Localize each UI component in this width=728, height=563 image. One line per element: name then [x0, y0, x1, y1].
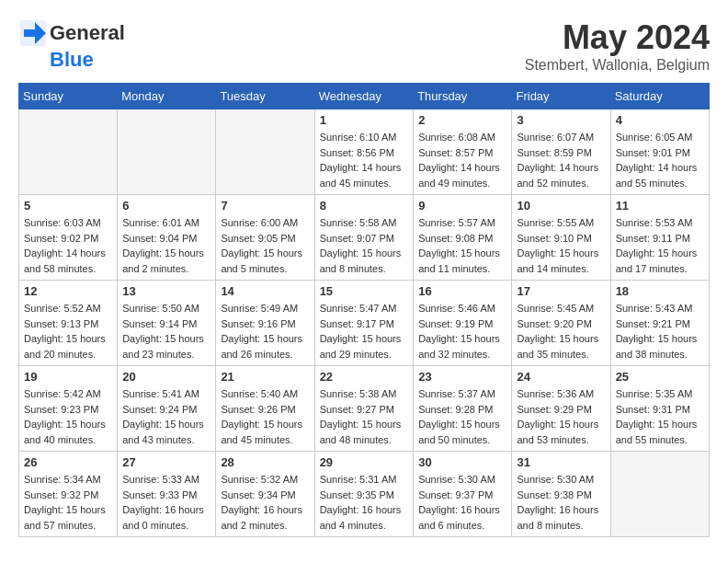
day-info: Sunrise: 5:58 AMSunset: 9:07 PMDaylight:…	[320, 215, 409, 276]
calendar-cell: 9Sunrise: 5:57 AMSunset: 9:08 PMDaylight…	[414, 195, 512, 281]
sunset-text: Sunset: 9:19 PM	[418, 316, 506, 332]
day-number: 27	[122, 455, 210, 469]
sunrise-text: Sunrise: 5:30 AM	[517, 472, 605, 488]
calendar-cell: 14Sunrise: 5:49 AMSunset: 9:16 PMDayligh…	[216, 281, 314, 366]
day-number: 10	[517, 199, 605, 213]
day-number: 15	[320, 284, 409, 298]
sunset-text: Sunset: 9:17 PM	[320, 316, 409, 332]
sunrise-text: Sunrise: 5:41 AM	[122, 386, 210, 402]
daylight-text: Daylight: 15 hours and 23 minutes.	[122, 331, 210, 362]
sunrise-text: Sunrise: 6:10 AM	[320, 130, 409, 145]
day-number: 18	[616, 284, 704, 298]
sunrise-text: Sunrise: 5:34 AM	[24, 472, 112, 488]
calendar-cell: 1Sunrise: 6:10 AMSunset: 8:56 PMDaylight…	[314, 109, 414, 195]
sunset-text: Sunset: 9:04 PM	[122, 231, 210, 247]
sunset-text: Sunset: 9:28 PM	[418, 402, 506, 418]
day-info: Sunrise: 5:53 AMSunset: 9:11 PMDaylight:…	[616, 215, 704, 276]
sunset-text: Sunset: 9:26 PM	[221, 402, 309, 418]
calendar-cell: 16Sunrise: 5:46 AMSunset: 9:19 PMDayligh…	[414, 281, 512, 366]
day-number: 21	[221, 370, 309, 384]
calendar-cell: 19Sunrise: 5:42 AMSunset: 9:23 PMDayligh…	[19, 366, 118, 452]
daylight-text: Daylight: 15 hours and 8 minutes.	[320, 246, 409, 276]
calendar-cell: 12Sunrise: 5:52 AMSunset: 9:13 PMDayligh…	[19, 281, 118, 366]
day-info: Sunrise: 5:43 AMSunset: 9:21 PMDaylight:…	[616, 301, 704, 362]
daylight-text: Daylight: 14 hours and 45 minutes.	[320, 160, 409, 190]
sunset-text: Sunset: 9:24 PM	[122, 402, 210, 418]
daylight-text: Daylight: 15 hours and 29 minutes.	[320, 331, 409, 362]
day-number: 5	[24, 199, 112, 213]
sunrise-text: Sunrise: 6:07 AM	[517, 130, 605, 145]
sunset-text: Sunset: 9:07 PM	[320, 231, 409, 247]
day-info: Sunrise: 5:46 AMSunset: 9:19 PMDaylight:…	[418, 301, 506, 362]
sunrise-text: Sunrise: 6:00 AM	[221, 215, 309, 231]
sunrise-text: Sunrise: 6:03 AM	[24, 215, 112, 231]
sunset-text: Sunset: 9:02 PM	[24, 231, 112, 247]
calendar-cell: 3Sunrise: 6:07 AMSunset: 8:59 PMDaylight…	[512, 109, 610, 195]
week-row-3: 12Sunrise: 5:52 AMSunset: 9:13 PMDayligh…	[19, 281, 710, 366]
sunset-text: Sunset: 9:32 PM	[24, 488, 112, 503]
sunrise-text: Sunrise: 5:53 AM	[616, 215, 704, 231]
day-info: Sunrise: 5:50 AMSunset: 9:14 PMDaylight:…	[122, 301, 210, 362]
calendar-cell: 13Sunrise: 5:50 AMSunset: 9:14 PMDayligh…	[118, 281, 216, 366]
day-info: Sunrise: 5:33 AMSunset: 9:33 PMDaylight:…	[122, 472, 210, 533]
day-info: Sunrise: 5:42 AMSunset: 9:23 PMDaylight:…	[24, 386, 112, 447]
sunset-text: Sunset: 9:34 PM	[221, 488, 309, 503]
column-header-thursday: Thursday	[414, 84, 512, 109]
column-header-monday: Monday	[118, 84, 216, 109]
week-row-2: 5Sunrise: 6:03 AMSunset: 9:02 PMDaylight…	[19, 195, 710, 281]
calendar-cell	[19, 109, 118, 195]
sunset-text: Sunset: 9:27 PM	[320, 402, 409, 418]
column-header-saturday: Saturday	[610, 84, 709, 109]
sunset-text: Sunset: 9:37 PM	[418, 488, 506, 503]
day-info: Sunrise: 5:38 AMSunset: 9:27 PMDaylight:…	[320, 386, 409, 447]
month-title: May 2024	[525, 18, 710, 57]
sunrise-text: Sunrise: 5:52 AM	[24, 301, 112, 316]
day-info: Sunrise: 5:31 AMSunset: 9:35 PMDaylight:…	[320, 472, 409, 533]
day-number: 28	[221, 455, 309, 469]
calendar-cell: 8Sunrise: 5:58 AMSunset: 9:07 PMDaylight…	[314, 195, 414, 281]
daylight-text: Daylight: 15 hours and 14 minutes.	[517, 246, 605, 276]
sunrise-text: Sunrise: 6:05 AM	[616, 130, 704, 145]
sunset-text: Sunset: 9:14 PM	[122, 316, 210, 332]
calendar-cell: 28Sunrise: 5:32 AMSunset: 9:34 PMDayligh…	[216, 452, 314, 537]
day-number: 3	[517, 113, 605, 127]
sunset-text: Sunset: 9:05 PM	[221, 231, 309, 247]
sunrise-text: Sunrise: 5:55 AM	[517, 215, 605, 231]
daylight-text: Daylight: 15 hours and 26 minutes.	[221, 331, 309, 362]
day-number: 12	[24, 284, 112, 298]
calendar-table: SundayMondayTuesdayWednesdayThursdayFrid…	[18, 83, 710, 537]
day-info: Sunrise: 5:35 AMSunset: 9:31 PMDaylight:…	[616, 386, 704, 447]
column-header-wednesday: Wednesday	[314, 84, 414, 109]
day-number: 13	[122, 284, 210, 298]
daylight-text: Daylight: 14 hours and 58 minutes.	[24, 246, 112, 276]
day-number: 31	[517, 455, 605, 469]
day-number: 4	[616, 113, 704, 127]
daylight-text: Daylight: 15 hours and 48 minutes.	[320, 417, 409, 447]
daylight-text: Daylight: 15 hours and 2 minutes.	[122, 246, 210, 276]
day-number: 11	[616, 199, 704, 213]
calendar-cell: 27Sunrise: 5:33 AMSunset: 9:33 PMDayligh…	[118, 452, 216, 537]
calendar-cell: 4Sunrise: 6:05 AMSunset: 9:01 PMDaylight…	[610, 109, 709, 195]
sunset-text: Sunset: 8:57 PM	[418, 145, 506, 161]
calendar-header-row: SundayMondayTuesdayWednesdayThursdayFrid…	[19, 84, 710, 109]
daylight-text: Daylight: 15 hours and 17 minutes.	[616, 246, 704, 276]
daylight-text: Daylight: 15 hours and 32 minutes.	[418, 331, 506, 362]
sunset-text: Sunset: 9:08 PM	[418, 231, 506, 247]
daylight-text: Daylight: 15 hours and 55 minutes.	[616, 417, 704, 447]
daylight-text: Daylight: 15 hours and 38 minutes.	[616, 331, 704, 362]
logo-general: General	[50, 21, 125, 45]
sunrise-text: Sunrise: 6:01 AM	[122, 215, 210, 231]
day-number: 24	[517, 370, 605, 384]
sunset-text: Sunset: 9:38 PM	[517, 488, 605, 503]
day-info: Sunrise: 5:47 AMSunset: 9:17 PMDaylight:…	[320, 301, 409, 362]
day-number: 14	[221, 284, 309, 298]
sunrise-text: Sunrise: 5:42 AM	[24, 386, 112, 402]
sunrise-text: Sunrise: 5:36 AM	[517, 386, 605, 402]
daylight-text: Daylight: 15 hours and 40 minutes.	[24, 417, 112, 447]
sunrise-text: Sunrise: 5:49 AM	[221, 301, 309, 316]
calendar-cell: 5Sunrise: 6:03 AMSunset: 9:02 PMDaylight…	[19, 195, 118, 281]
day-info: Sunrise: 5:36 AMSunset: 9:29 PMDaylight:…	[517, 386, 605, 447]
day-number: 8	[320, 199, 409, 213]
sunset-text: Sunset: 9:33 PM	[122, 488, 210, 503]
calendar-cell: 31Sunrise: 5:30 AMSunset: 9:38 PMDayligh…	[512, 452, 610, 537]
